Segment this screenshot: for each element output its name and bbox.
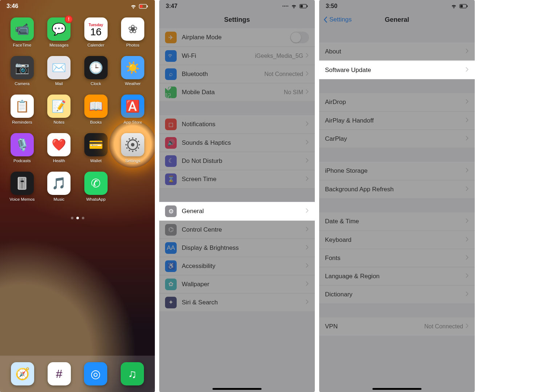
row-label: Screen Time — [182, 176, 305, 183]
app-icon: 🎙️ — [11, 133, 34, 156]
app-weather[interactable]: ☀️Weather — [117, 56, 149, 86]
app-icon: Tuesday16 — [84, 17, 108, 41]
app-reminders[interactable]: 📋Reminders — [6, 95, 38, 124]
row-language-region[interactable]: Language & Region — [319, 267, 475, 285]
app-settings[interactable]: Settings — [117, 133, 149, 163]
row-siri-search[interactable]: ✦Siri & Search — [159, 293, 315, 311]
app-camera[interactable]: 📷Camera — [6, 56, 38, 86]
app-calender[interactable]: Tuesday16Calender — [80, 17, 112, 47]
chevron-right-icon — [305, 71, 309, 77]
app-books[interactable]: 📖Books — [80, 95, 112, 124]
back-button[interactable]: Settings — [323, 16, 352, 23]
row-control-centre[interactable]: ⌬Control Centre — [159, 220, 315, 239]
row-airdrop[interactable]: AirDrop — [319, 93, 475, 111]
row-background-app-refresh[interactable]: Background App Refresh — [319, 180, 475, 198]
app-facetime[interactable]: 📹FaceTime — [6, 17, 38, 47]
general-list[interactable]: AboutSoftware UpdateAirDropAirPlay & Han… — [319, 28, 475, 336]
row-fonts[interactable]: Fonts — [319, 249, 475, 267]
row-label: AirPlay & Handoff — [325, 117, 465, 124]
chevron-right-icon — [305, 227, 309, 233]
battery-icon — [139, 4, 148, 9]
chevron-right-icon — [305, 299, 309, 306]
battery-icon — [459, 4, 468, 8]
toggle[interactable] — [290, 32, 309, 43]
chevron-right-icon — [305, 158, 309, 164]
home-indicator[interactable] — [373, 388, 422, 390]
row-label: CarPlay — [325, 135, 465, 143]
svg-point-10 — [125, 144, 127, 145]
app-photos[interactable]: ❀Photos — [117, 17, 149, 47]
row-wi-fi[interactable]: ᯤWi-FiiGeeks_Media_5G — [159, 47, 315, 65]
row-vpn[interactable]: VPNNot Connected — [319, 317, 475, 336]
row-airplay-handoff[interactable]: AirPlay & Handoff — [319, 111, 475, 129]
row-label: About — [325, 48, 465, 55]
app-voice-memos[interactable]: 🎚️Voice Memos — [6, 172, 38, 201]
row-label: Bluetooth — [182, 71, 264, 78]
row-notifications[interactable]: ◻Notifications — [159, 115, 315, 133]
row-do-not-disturb[interactable]: ☾Do Not Disturb — [159, 152, 315, 170]
row-dictionary[interactable]: Dictionary — [319, 285, 475, 303]
row-label: Software Update — [325, 67, 465, 74]
row-mobile-data[interactable]: �記Mobile DataNo SIM — [159, 83, 315, 101]
app-app-store[interactable]: 🅰️App Store — [117, 95, 149, 124]
row-accessibility[interactable]: ♿Accessibility — [159, 257, 315, 275]
dock-app-slack[interactable]: # — [43, 362, 75, 385]
row-icon: �記 — [165, 87, 177, 98]
page-indicator[interactable] — [0, 217, 155, 219]
app-icon: 🧭 — [11, 362, 34, 385]
row-icon: ♿ — [165, 260, 177, 272]
dock-app-spotify[interactable]: ♫ — [116, 362, 148, 385]
app-label: Music — [43, 197, 75, 201]
app-label: Calender — [80, 43, 112, 47]
row-screen-time[interactable]: ⌛Screen Time — [159, 170, 315, 188]
svg-point-16 — [131, 143, 135, 147]
general-panel: 3:50 Settings General AboutSoftware Upda… — [319, 0, 475, 392]
settings-list[interactable]: ✈Airplane ModeᯤWi-FiiGeeks_Media_5G⌕Blue… — [159, 28, 315, 311]
row-label: Wi-Fi — [182, 52, 255, 60]
row-about[interactable]: About — [319, 43, 475, 61]
app-icon: 📋 — [11, 95, 34, 118]
row-label: Date & Time — [325, 218, 465, 225]
row-bluetooth[interactable]: ⌕BluetoothNot Connected — [159, 65, 315, 83]
row-carplay[interactable]: CarPlay — [319, 129, 475, 148]
app-messages[interactable]: 💬!Messages — [43, 17, 75, 47]
row-wallpaper[interactable]: ✿Wallpaper — [159, 275, 315, 293]
app-icon: ◎ — [84, 362, 107, 385]
app-icon: 🎚️ — [11, 172, 34, 195]
app-icon: 💬! — [47, 17, 71, 41]
row-airplane-mode[interactable]: ✈Airplane Mode — [159, 28, 315, 47]
app-icon: ✆ — [84, 172, 108, 195]
app-music[interactable]: 🎵Music — [43, 172, 75, 201]
row-display-brightness[interactable]: AADisplay & Brightness — [159, 239, 315, 257]
home-indicator[interactable] — [213, 388, 262, 390]
chevron-right-icon — [305, 53, 309, 59]
svg-rect-18 — [300, 5, 303, 8]
app-health[interactable]: ❤️Health — [43, 133, 75, 163]
dock-app-shazam[interactable]: ◎ — [80, 362, 112, 385]
app-mail[interactable]: ✉️Mail — [43, 56, 75, 86]
row-iphone-storage[interactable]: iPhone Storage — [319, 162, 475, 180]
app-whatsapp[interactable]: ✆WhatsApp — [80, 172, 112, 201]
row-value: No SIM — [284, 89, 303, 96]
dock-app-safari[interactable]: 🧭 — [7, 362, 39, 385]
row-icon: ✿ — [165, 279, 177, 290]
app-clock[interactable]: 🕒Clock — [80, 56, 112, 86]
row-sounds-haptics[interactable]: 🔊Sounds & Haptics — [159, 133, 315, 152]
app-wallet[interactable]: 💳Wallet — [80, 133, 112, 163]
row-software-update[interactable]: Software Update — [319, 61, 475, 79]
row-label: Control Centre — [182, 226, 305, 233]
app-podcasts[interactable]: 🎙️Podcasts — [6, 133, 38, 163]
svg-point-15 — [138, 141, 139, 142]
row-label: Keyboard — [325, 236, 465, 244]
row-value: Not Connected — [424, 323, 463, 330]
row-label: AirDrop — [325, 99, 465, 106]
row-date-time[interactable]: Date & Time — [319, 212, 475, 231]
row-label: Wallpaper — [182, 281, 305, 288]
app-notes[interactable]: 📝Notes — [43, 95, 75, 124]
app-label: Podcasts — [6, 159, 38, 163]
row-keyboard[interactable]: Keyboard — [319, 231, 475, 249]
row-general[interactable]: ⚙General — [159, 202, 315, 220]
chevron-right-icon — [305, 140, 309, 146]
chevron-right-icon — [305, 176, 309, 183]
svg-rect-19 — [307, 5, 308, 7]
